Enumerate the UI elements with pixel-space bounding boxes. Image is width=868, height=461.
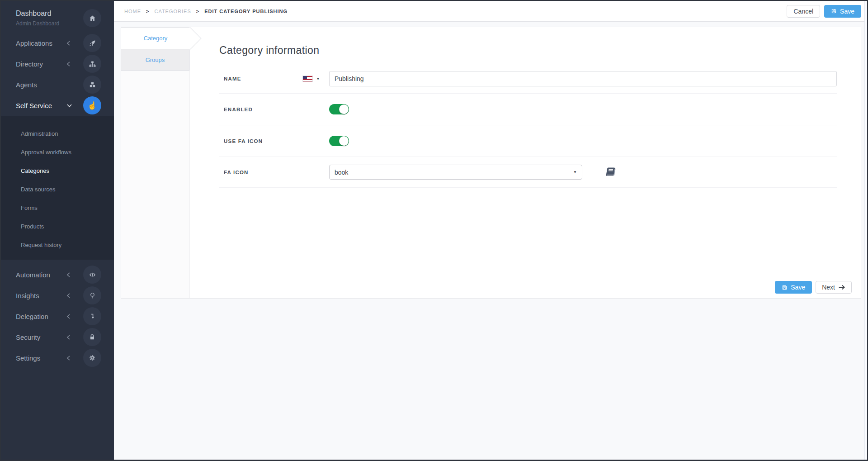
chevron-right-icon: > (196, 9, 199, 14)
name-input[interactable] (329, 71, 837, 86)
chevron-left-icon (66, 355, 80, 361)
floppy-disk-icon (782, 285, 788, 290)
self-service-submenu: Administration Approval workflows Catego… (1, 116, 114, 260)
sidebar-item-agents[interactable]: Agents (1, 74, 114, 95)
main-content: HOME > CATEGORIES > EDIT CATEGORY PUBLIS… (114, 1, 867, 460)
floppy-disk-icon (831, 8, 837, 14)
chevron-left-icon (66, 272, 80, 278)
sidebar-item-delegation[interactable]: Delegation (1, 306, 114, 327)
caret-down-icon: ▼ (573, 170, 577, 174)
code-icon[interactable] (83, 266, 101, 284)
sidebar-subtitle: Admin Dashboard (16, 20, 83, 27)
form-footer: Save Next (775, 281, 852, 294)
sidebar-item-automation[interactable]: Automation (1, 264, 114, 285)
book-icon (603, 166, 617, 178)
chevron-left-icon (66, 40, 80, 46)
locale-select[interactable]: ▼ (303, 76, 329, 81)
topbar: HOME > CATEGORIES > EDIT CATEGORY PUBLIS… (114, 1, 867, 22)
save-button[interactable]: Save (824, 5, 861, 18)
sidebar-header[interactable]: Dashboard Admin Dashboard (1, 1, 114, 33)
cubes-icon[interactable] (83, 76, 101, 94)
sidebar-item-forms[interactable]: Forms (1, 199, 114, 217)
chevron-left-icon (66, 293, 80, 299)
sidebar-item-applications[interactable]: Applications (1, 33, 114, 53)
sitemap-icon[interactable] (83, 55, 101, 73)
tab-category[interactable]: Category (121, 27, 190, 49)
cancel-button[interactable]: Cancel (787, 5, 820, 18)
use-fa-icon-toggle[interactable] (329, 136, 349, 146)
sidebar-item-data-sources[interactable]: Data sources (1, 180, 114, 199)
name-row: NAME ▼ (219, 64, 837, 94)
chevron-left-icon (66, 314, 80, 319)
chevron-down-icon (66, 104, 80, 108)
sidebar-item-settings[interactable]: Settings (1, 347, 114, 368)
enabled-row: ENABLED (219, 94, 837, 125)
sidebar-title: Dashboard (16, 10, 83, 18)
breadcrumb: HOME > CATEGORIES > EDIT CATEGORY PUBLIS… (124, 9, 288, 14)
breadcrumb-categories[interactable]: CATEGORIES (154, 9, 191, 14)
category-form: Category information NAME ▼ ENABLED (190, 27, 861, 298)
chevron-right-icon: > (146, 9, 149, 14)
sidebar-item-insights[interactable]: Insights (1, 285, 114, 306)
us-flag-icon (303, 76, 312, 81)
fa-icon-row: FA ICON book ▼ (219, 157, 837, 188)
fa-icon-select[interactable]: book ▼ (329, 165, 582, 180)
sidebar-item-request-history[interactable]: Request history (1, 236, 114, 254)
home-icon[interactable] (83, 9, 101, 27)
chevron-left-icon (66, 334, 80, 340)
enabled-toggle[interactable] (329, 104, 349, 114)
app-window: Dashboard Admin Dashboard Applications D… (0, 0, 868, 461)
level-down-icon[interactable] (83, 307, 101, 325)
hand-pointer-icon[interactable]: ☝ (83, 96, 101, 114)
scrollbar-track[interactable] (864, 1, 867, 460)
sidebar-nav-main: Applications Directory Agents (1, 33, 114, 116)
caret-down-icon: ▼ (316, 77, 320, 81)
rocket-icon[interactable] (83, 34, 101, 52)
sidebar-item-administration[interactable]: Administration (1, 124, 114, 143)
use-fa-icon-row: USE FA ICON (219, 125, 837, 157)
page-title: Category information (219, 44, 837, 57)
sidebar-item-approval-workflows[interactable]: Approval workflows (1, 143, 114, 162)
tab-groups[interactable]: Groups (121, 49, 189, 71)
lock-icon[interactable] (83, 328, 101, 346)
category-edit-card: Category Groups Category information NAM… (121, 27, 861, 299)
sidebar-item-self-service[interactable]: Self Service ☝ (1, 95, 114, 116)
chevron-left-icon (66, 61, 80, 67)
arrow-right-icon (838, 284, 845, 290)
next-button[interactable]: Next (816, 281, 852, 294)
sidebar-nav-lower: Automation Insights Delegation (1, 260, 114, 368)
sidebar-item-products[interactable]: Products (1, 217, 114, 236)
sidebar: Dashboard Admin Dashboard Applications D… (1, 1, 114, 460)
gear-icon[interactable] (83, 349, 101, 367)
sidebar-item-categories[interactable]: Categories (1, 162, 114, 180)
save-button-bottom[interactable]: Save (775, 281, 812, 294)
breadcrumb-home[interactable]: HOME (124, 9, 141, 14)
name-label: NAME (219, 76, 303, 81)
breadcrumb-current: EDIT CATEGORY PUBLISHING (204, 9, 288, 14)
sidebar-item-security[interactable]: Security (1, 327, 114, 347)
enabled-label: ENABLED (219, 107, 329, 112)
fa-icon-label: FA ICON (219, 170, 329, 175)
topbar-actions: Cancel Save (787, 5, 861, 18)
wizard-tabs: Category Groups (121, 27, 190, 298)
lightbulb-icon[interactable] (83, 286, 101, 304)
use-fa-icon-label: USE FA ICON (219, 138, 329, 144)
sidebar-item-directory[interactable]: Directory (1, 53, 114, 74)
